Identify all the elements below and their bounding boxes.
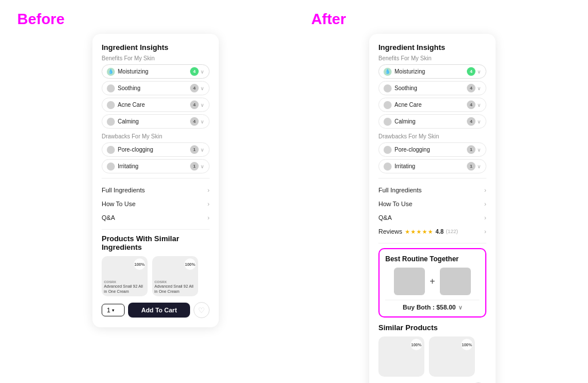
after-irritating-icon: [384, 163, 392, 171]
irritating-chevron: ∨: [200, 164, 204, 169]
benefit-moisturizing[interactable]: 💧 Moisturizing 4 ∨: [102, 64, 210, 79]
irritating-icon: [107, 163, 115, 171]
buy-both-chevron: ∨: [458, 304, 462, 311]
buy-both-label: Buy Both : $58.00: [403, 304, 455, 311]
after-drawback-pore-clogging[interactable]: Pore-clogging 1 ∨: [378, 142, 486, 157]
before-card: Ingredient Insights Benefits For My Skin…: [92, 34, 219, 327]
after-panel: Ingredient Insights Benefits For My Skin…: [294, 34, 571, 383]
soothing-name: Soothing: [118, 85, 140, 91]
acne-care-name: Acne Care: [118, 102, 145, 108]
drawback-pore-clogging[interactable]: Pore-clogging 1 ∨: [102, 142, 210, 157]
after-moisturizing-badge: 4: [467, 67, 475, 76]
after-drawbacks-label: Drawbacks For My Skin: [378, 133, 486, 140]
acne-care-icon: [107, 101, 115, 109]
after-irritating-badge: 1: [467, 162, 475, 171]
rating-count: (122): [446, 229, 458, 234]
benefit-calming[interactable]: Calming 4 ∨: [102, 114, 210, 129]
after-pore-clogging-icon: [384, 146, 392, 154]
after-product-badge-1: 100%: [411, 339, 422, 350]
after-qa-label: Q&A: [378, 214, 392, 221]
reviews-chevron: ›: [484, 228, 486, 235]
calming-chevron: ∨: [200, 119, 204, 125]
similar-products-grid: 100% COSRX Advanced Snail 92 All in One …: [102, 256, 210, 296]
after-menu-how-to-use[interactable]: How To Use ›: [378, 197, 486, 211]
product-name-2: Advanced Snail 92 All in One Cream: [154, 284, 196, 294]
after-acne-care-badge: 4: [467, 100, 475, 109]
menu-qa[interactable]: Q&A ›: [102, 211, 210, 225]
buy-both-row[interactable]: Buy Both : $58.00 ∨: [385, 300, 479, 311]
after-pore-clogging-chevron: ∨: [477, 147, 481, 153]
acne-care-badge: 4: [190, 100, 199, 109]
best-routine-box: Best Routine Together + Buy Both : $58.0…: [378, 248, 486, 318]
irritating-badge: 1: [190, 162, 199, 171]
routine-product-2[interactable]: [440, 268, 471, 295]
after-benefit-acne-care[interactable]: Acne Care 4 ∨: [378, 98, 486, 112]
after-moisturizing-chevron: ∨: [477, 69, 481, 75]
before-drawbacks-label: Drawbacks For My Skin: [102, 133, 210, 140]
irritating-name: Irritating: [118, 163, 138, 169]
qa-label: Q&A: [102, 214, 115, 221]
moisturizing-chevron: ∨: [200, 69, 204, 75]
after-moisturizing-name: Moisturizing: [394, 68, 425, 75]
after-product-card-2[interactable]: 100%: [429, 336, 475, 377]
moisturizing-icon: 💧: [107, 68, 115, 76]
after-card: Ingredient Insights Benefits For My Skin…: [369, 34, 496, 383]
after-calming-badge: 4: [467, 117, 475, 126]
after-soothing-icon: [384, 84, 392, 92]
pore-clogging-chevron: ∨: [200, 147, 204, 153]
acne-care-chevron: ∨: [200, 102, 204, 108]
after-menu-full-ingredients[interactable]: Full Ingredients ›: [378, 183, 486, 197]
after-benefit-calming[interactable]: Calming 4 ∨: [378, 114, 486, 129]
after-acne-care-chevron: ∨: [477, 102, 481, 108]
routine-product-1[interactable]: [394, 268, 425, 295]
full-ingredients-chevron: ›: [207, 187, 210, 194]
before-card-title: Ingredient Insights: [102, 43, 210, 52]
after-pore-clogging-name: Pore-clogging: [394, 146, 430, 153]
benefit-soothing[interactable]: Soothing 4 ∨: [102, 81, 210, 95]
benefit-acne-care[interactable]: Acne Care 4 ∨: [102, 98, 210, 112]
after-similar-products-title: Similar Products: [378, 323, 486, 332]
menu-full-ingredients[interactable]: Full Ingredients ›: [102, 183, 210, 197]
product-card-1[interactable]: 100% COSRX Advanced Snail 92 All in One …: [102, 256, 148, 296]
calming-icon: [107, 118, 115, 126]
drawback-irritating[interactable]: Irritating 1 ∨: [102, 159, 210, 173]
product-card-2[interactable]: 100% COSRX Advanced Snail 92 All in One …: [152, 256, 198, 296]
plus-icon: +: [430, 276, 435, 287]
calming-name: Calming: [118, 118, 139, 125]
product-name-1: Advanced Snail 92 All in One Cream: [104, 284, 145, 294]
after-drawback-irritating[interactable]: Irritating 1 ∨: [378, 159, 486, 173]
qa-chevron: ›: [207, 214, 210, 221]
after-moisturizing-icon: 💧: [384, 68, 392, 76]
before-panel: Ingredient Insights Benefits For My Skin…: [17, 34, 294, 327]
after-how-to-use-chevron: ›: [484, 200, 486, 207]
full-ingredients-label: Full Ingredients: [102, 187, 145, 194]
pore-clogging-icon: [107, 146, 115, 154]
after-how-to-use-label: How To Use: [378, 200, 412, 207]
after-menu-reviews[interactable]: Reviews ★★★★★ 4.8 (122) ›: [378, 225, 486, 238]
rating-number: 4.8: [436, 229, 444, 235]
moisturizing-badge: 4: [190, 67, 199, 76]
add-to-cart-button[interactable]: Add To Cart: [128, 303, 190, 318]
after-menu-qa[interactable]: Q&A ›: [378, 211, 486, 225]
after-product-badge-2: 100%: [461, 339, 473, 350]
calming-badge: 4: [190, 117, 199, 126]
qty-select[interactable]: 1 ▾: [102, 304, 125, 316]
after-product-card-1[interactable]: 100%: [378, 336, 424, 377]
qty-value: 1: [107, 307, 110, 314]
after-calming-name: Calming: [394, 118, 416, 125]
after-full-ingredients-chevron: ›: [484, 187, 486, 194]
how-to-use-label: How To Use: [102, 200, 136, 207]
qty-chevron: ▾: [112, 308, 114, 313]
moisturizing-name: Moisturizing: [118, 68, 148, 75]
after-benefit-soothing[interactable]: Soothing 4 ∨: [378, 81, 486, 95]
wishlist-button[interactable]: ♡: [194, 302, 210, 318]
after-benefits-label: Benefits For My Skin: [378, 55, 486, 61]
after-label: After: [311, 10, 588, 28]
best-routine-title: Best Routine Together: [385, 255, 479, 263]
menu-how-to-use[interactable]: How To Use ›: [102, 197, 210, 211]
after-qa-chevron: ›: [484, 214, 486, 221]
after-soothing-badge: 4: [467, 84, 475, 92]
stars-icon: ★★★★★: [405, 229, 434, 235]
after-reviews-label: Reviews: [378, 228, 403, 235]
after-benefit-moisturizing[interactable]: 💧 Moisturizing 4 ∨: [378, 64, 486, 79]
